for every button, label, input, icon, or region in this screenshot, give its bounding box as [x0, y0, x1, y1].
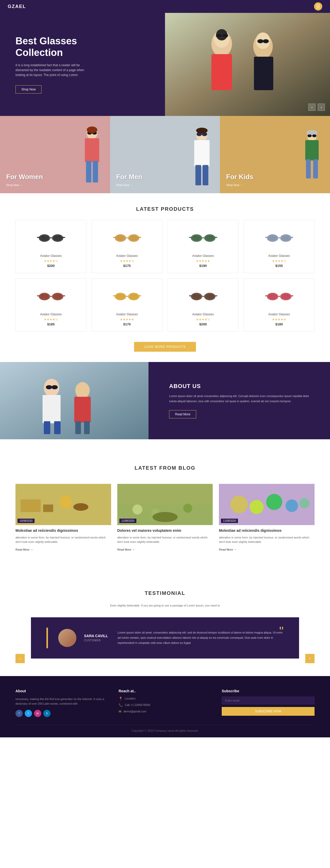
product-card[interactable]: Aviator Glasses ★★★★★ $180 [244, 278, 314, 332]
svg-point-95 [192, 294, 201, 299]
category-men-info: For Men Shop Now [116, 173, 142, 187]
category-kids-link[interactable]: Shop Now [226, 183, 243, 187]
hero-image [165, 13, 330, 116]
product-image [97, 225, 157, 251]
footer-email-text: demo@gmail.com [123, 710, 146, 713]
svg-rect-23 [194, 140, 210, 166]
svg-point-68 [268, 236, 277, 241]
blog-post-card[interactable]: 11/08/2020 Dolores vel maiores voluptate… [117, 484, 213, 552]
category-women[interactable]: For Women Shop Now [0, 116, 110, 193]
svg-point-69 [281, 236, 290, 241]
testimonial-next-button[interactable]: › [305, 654, 314, 663]
svg-rect-18 [93, 161, 98, 183]
product-price: $200 [21, 264, 81, 268]
hero-photo [165, 13, 330, 116]
product-stars: ★★★★½ [21, 259, 81, 263]
product-price: $175 [97, 264, 157, 268]
testimonial-name-block: SARA CAVILL CUSTOMER [84, 634, 110, 642]
footer-copyright: Copyright © 2020 Company name All rights… [16, 729, 314, 732]
product-stars: ★★★★★ [97, 318, 157, 321]
product-card[interactable]: Aviator Glasses ★★★★½ $185 [16, 278, 86, 332]
product-image [249, 225, 309, 251]
svg-point-35 [307, 134, 312, 137]
svg-point-78 [53, 294, 62, 299]
blog-post-card[interactable]: 10/08/2020 Molestiae ad reiiciendis dign… [16, 484, 111, 552]
blog-post-image-wrapper: 10/08/2020 [16, 484, 111, 525]
about-image [0, 362, 149, 439]
blog-read-more-link[interactable]: Read More [219, 548, 236, 551]
twitter-icon[interactable]: t [25, 710, 32, 717]
svg-rect-25 [203, 165, 208, 185]
blog-post-card[interactable]: 11/08/2020 Molestiae ad reiiciendis dign… [219, 484, 314, 552]
category-men-title: For Men [116, 173, 142, 181]
blog-post-text: alteration in some form, by injected hum… [16, 535, 111, 545]
footer-phone: 📞 Call +1 2345678590 [119, 703, 211, 707]
svg-point-126 [73, 503, 88, 510]
menu-button[interactable] [314, 2, 322, 10]
category-women-link[interactable]: Shop Now [6, 183, 23, 187]
product-price: $185 [21, 322, 81, 326]
product-name: Aviator Glasses [173, 254, 233, 258]
svg-rect-118 [84, 421, 90, 434]
product-card[interactable]: Aviator Glasses ★★★★½ $175 [92, 220, 162, 273]
svg-rect-3 [211, 54, 232, 90]
category-men-link[interactable]: Shop Now [116, 183, 133, 187]
linkedin-icon[interactable]: li [43, 710, 51, 717]
about-content: ABOUT US Lorem ipsum dolor sit amet cons… [149, 362, 330, 439]
testimonial-section: TESTIMONIAL Even slightly believable. If… [0, 564, 330, 676]
blog-post-text: alteration in some form, by injected hum… [219, 535, 314, 545]
blog-post-text: alteration in some form, by injected hum… [117, 535, 213, 545]
product-image [173, 225, 233, 251]
testimonial-prev-button[interactable]: ‹ [16, 654, 25, 663]
phone-icon: 📞 [119, 703, 123, 707]
product-card[interactable]: Aviator Glasses ★★★★★ $190 [168, 220, 238, 273]
footer-reach: Reach at.. 📍 Location 📞 Call +1 23456785… [119, 689, 211, 717]
product-card[interactable]: Aviator Glasses ★★★★★ $170 [92, 278, 162, 332]
category-men[interactable]: For Men Shop Now [110, 116, 220, 193]
svg-point-125 [60, 496, 72, 508]
testimonial-subtitle: Even slightly believable. If you are goi… [16, 604, 314, 607]
blog-read-more-link[interactable]: Read More [16, 548, 33, 551]
blog-grid: 10/08/2020 Molestiae ad reiiciendis dign… [16, 484, 314, 552]
testimonial-text: Lorem ipsum dolor sit amet, consectetur … [118, 630, 283, 645]
blog-post-date: 11/08/2020 [221, 519, 238, 523]
category-kids[interactable]: For Kids Shop Now [220, 116, 330, 193]
hero-prev-button[interactable]: ‹ [308, 103, 316, 111]
footer-about: About necessary, making this the first t… [16, 689, 108, 717]
blog-post-image-wrapper: 11/08/2020 [219, 484, 314, 525]
hero-shop-now-button[interactable]: Shop Now [16, 85, 41, 94]
svg-rect-106 [278, 296, 280, 297]
footer-grid: About necessary, making this the first t… [16, 689, 314, 717]
testimonial-role: CUSTOMER [84, 639, 110, 642]
instagram-icon[interactable]: in [34, 710, 41, 717]
testimonial-card: SARA CAVILL CUSTOMER Lorem ipsum dolor s… [31, 617, 299, 658]
product-image [249, 284, 309, 309]
footer: About necessary, making this the first t… [0, 676, 330, 737]
svg-point-135 [249, 500, 264, 514]
footer-subscribe-button[interactable]: Subscribe Now [222, 707, 314, 716]
load-more-button[interactable]: LOAD MORE PRODUCTS [134, 342, 196, 352]
category-kids-info: For Kids Shop Now [226, 173, 253, 187]
about-read-more-button[interactable]: Read More [169, 410, 196, 418]
svg-point-13 [263, 39, 269, 43]
product-card[interactable]: Aviator Glasses ★★★★½ $200 [16, 220, 86, 273]
product-stars: ★★★★★ [173, 259, 233, 263]
hero-next-button[interactable]: › [318, 103, 325, 111]
product-stars: ★★★★½ [249, 259, 309, 263]
svg-point-104 [268, 294, 277, 299]
product-name: Aviator Glasses [249, 254, 309, 258]
footer-email-input[interactable] [222, 697, 314, 704]
product-card[interactable]: Aviator Glasses ★★★★½ $155 [244, 220, 314, 273]
svg-rect-114 [54, 421, 61, 434]
svg-point-12 [258, 39, 263, 43]
product-card[interactable]: Aviator Glasses ★★★★½ $200 [168, 278, 238, 332]
svg-rect-31 [306, 159, 311, 178]
footer-social: f t in li [16, 710, 108, 717]
blog-read-more-link[interactable]: Read More [117, 548, 135, 551]
svg-point-87 [129, 294, 138, 299]
svg-rect-88 [126, 296, 128, 297]
svg-rect-52 [126, 237, 128, 238]
hero-content: Best GlassesCollection It is a long esta… [0, 13, 165, 116]
facebook-icon[interactable]: f [16, 710, 23, 717]
product-price: $180 [249, 322, 309, 326]
